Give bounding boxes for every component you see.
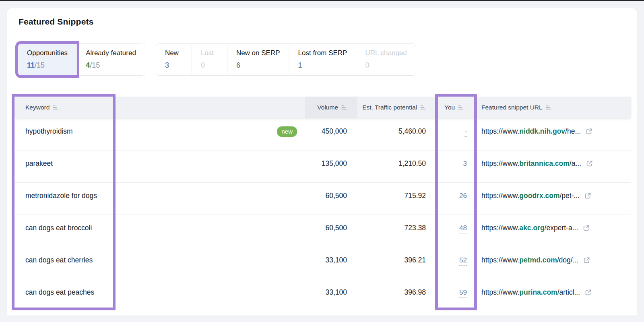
- your-position-value[interactable]: -: [464, 128, 467, 137]
- sort-icon[interactable]: [458, 105, 464, 110]
- header-featured-snippet-url[interactable]: Featured snippet URL: [474, 97, 631, 118]
- your-position-value[interactable]: 59: [459, 289, 467, 298]
- snippet-tabs-group: Opportunities 11/15 Already featured 4/1…: [18, 43, 145, 76]
- you-cell: 52: [438, 247, 474, 279]
- volume-cell: 450,000: [305, 118, 357, 150]
- status-filter-group: New 3 Lost 0 New on SERP 6 Lost from SER…: [156, 43, 416, 76]
- you-cell: 48: [438, 215, 474, 247]
- header-keyword[interactable]: Keyword: [14, 97, 113, 118]
- volume-cell: 135,000: [305, 151, 357, 182]
- table-row: parakeet 135,000 1,210.50 3 https://www.…: [14, 151, 631, 183]
- header-you[interactable]: You: [438, 97, 474, 118]
- keyword-cell: metronidazole for dogs: [14, 183, 113, 215]
- spacer-cell: [113, 215, 305, 247]
- snippet-url-link[interactable]: https://www.petmd.com/dog/...: [481, 256, 578, 264]
- external-link-icon[interactable]: [583, 257, 590, 266]
- spacer-cell: [113, 151, 305, 182]
- sort-icon[interactable]: [341, 105, 347, 110]
- page-title: Featured Snippets: [19, 17, 625, 27]
- traffic-cell: 396.21: [357, 247, 438, 279]
- url-cell: https://www.petmd.com/dog/...: [474, 247, 631, 279]
- filter-lost-from-serp[interactable]: Lost from SERP 1: [289, 44, 356, 75]
- external-link-icon[interactable]: [586, 128, 592, 137]
- snippet-url-link[interactable]: https://www.akc.org/expert-a...: [481, 224, 578, 232]
- you-cell: 59: [438, 279, 474, 312]
- tab-opportunities-count: 11/15: [27, 61, 68, 70]
- filter-url-changed[interactable]: URL changed 0: [356, 44, 415, 75]
- url-cell: https://www.akc.org/expert-a...: [474, 215, 631, 247]
- header-est-traffic-potential[interactable]: Est. Traffic potential: [357, 97, 438, 118]
- table-row: hypothyroidism new 450,000 5,460.00 - ht…: [14, 118, 631, 151]
- snippet-url-link[interactable]: https://www.britannica.com/a...: [481, 159, 581, 168]
- you-cell: -: [438, 118, 474, 150]
- controls-row: Opportunities 11/15 Already featured 4/1…: [7, 34, 637, 86]
- filter-lost[interactable]: Lost 0: [192, 44, 227, 75]
- keyword-cell: can dogs eat broccoli: [14, 215, 113, 247]
- new-badge: new: [277, 126, 297, 137]
- you-cell: 26: [438, 183, 474, 215]
- external-link-icon[interactable]: [585, 289, 592, 298]
- tab-opportunities-label: Opportunities: [27, 49, 68, 57]
- panel-header: Featured Snippets: [7, 8, 637, 34]
- you-cell: 3: [438, 151, 474, 182]
- sort-icon[interactable]: [53, 105, 58, 110]
- keyword-cell: parakeet: [14, 151, 113, 182]
- table-header-row: Keyword Volume Est. Traffic potential Yo…: [14, 97, 631, 118]
- your-position-value[interactable]: 26: [459, 192, 467, 201]
- sort-icon[interactable]: [546, 105, 551, 110]
- header-spacer: [113, 97, 305, 118]
- your-position-value[interactable]: 48: [459, 224, 467, 233]
- traffic-cell: 396.98: [357, 279, 438, 312]
- keywords-table: Keyword Volume Est. Traffic potential Yo…: [14, 97, 631, 312]
- table-row: can dogs eat peaches 33,100 396.98 59 ht…: [14, 279, 631, 312]
- volume-cell: 60,500: [305, 183, 357, 215]
- snippet-url-link[interactable]: https://www.goodrx.com/pet-...: [481, 192, 580, 200]
- your-position-value[interactable]: 52: [459, 256, 467, 266]
- window-top-edge: [0, 0, 644, 1]
- traffic-cell: 1,210.50: [357, 151, 438, 182]
- filter-new[interactable]: New 3: [156, 44, 192, 75]
- url-cell: https://www.purina.com/articl...: [474, 279, 631, 312]
- external-link-icon[interactable]: [583, 225, 590, 233]
- volume-cell: 60,500: [305, 215, 357, 247]
- volume-cell: 33,100: [305, 247, 357, 279]
- table-row: can dogs eat cherries 33,100 396.21 52 h…: [14, 247, 631, 279]
- tab-already-featured-count: 4/15: [86, 61, 136, 70]
- external-link-icon[interactable]: [586, 160, 593, 169]
- snippet-url-link[interactable]: https://www.niddk.nih.gov/he...: [481, 127, 581, 136]
- tab-already-featured[interactable]: Already featured 4/15: [76, 44, 145, 75]
- traffic-cell: 715.92: [357, 183, 438, 215]
- header-volume[interactable]: Volume: [305, 97, 357, 118]
- your-position-value[interactable]: 3: [463, 160, 467, 169]
- external-link-icon[interactable]: [584, 192, 591, 201]
- traffic-cell: 723.38: [357, 215, 438, 247]
- spacer-cell: [113, 247, 305, 279]
- volume-cell: 33,100: [305, 279, 357, 312]
- table-row: metronidazole for dogs 60,500 715.92 26 …: [14, 183, 631, 215]
- url-cell: https://www.niddk.nih.gov/he...: [474, 118, 631, 150]
- spacer-cell: new: [113, 118, 305, 150]
- filter-new-on-serp[interactable]: New on SERP 6: [227, 44, 289, 75]
- sort-icon[interactable]: [420, 105, 426, 110]
- snippet-url-link[interactable]: https://www.purina.com/articl...: [481, 288, 580, 297]
- keyword-cell: can dogs eat peaches: [14, 279, 113, 312]
- keyword-cell: hypothyroidism: [14, 118, 113, 150]
- tab-already-featured-label: Already featured: [86, 49, 136, 57]
- url-cell: https://www.goodrx.com/pet-...: [474, 183, 631, 215]
- keyword-cell: can dogs eat cherries: [14, 247, 113, 279]
- featured-snippets-panel: Featured Snippets Opportunities 11/15 Al…: [7, 8, 637, 316]
- table-row: can dogs eat broccoli 60,500 723.38 48 h…: [14, 215, 631, 247]
- spacer-cell: [113, 279, 305, 312]
- tab-opportunities[interactable]: Opportunities 11/15: [18, 44, 76, 75]
- url-cell: https://www.britannica.com/a...: [474, 151, 631, 182]
- traffic-cell: 5,460.00: [357, 118, 438, 150]
- spacer-cell: [113, 183, 305, 215]
